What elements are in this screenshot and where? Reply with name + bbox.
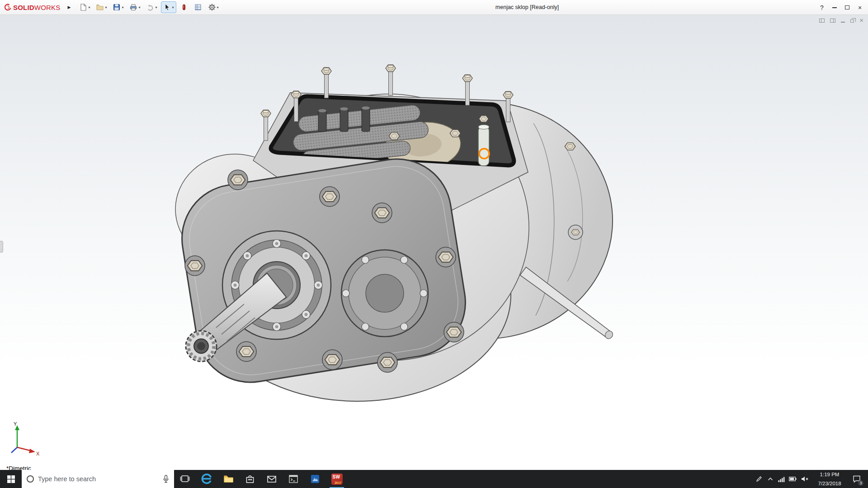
dropdown-chevron-icon[interactable]: ▾ <box>122 5 123 9</box>
windows-taskbar: SW 2017 <box>0 470 868 488</box>
taskbar-app-mail[interactable] <box>261 470 283 488</box>
options-button[interactable]: ▾ <box>206 1 221 13</box>
z-axis-arrow <box>11 447 17 453</box>
maximize-icon <box>845 5 849 9</box>
gearbox-model[interactable] <box>0 15 868 470</box>
front-end-plate[interactable] <box>174 151 473 390</box>
windows-logo-icon <box>7 475 15 483</box>
select-cursor-icon <box>163 3 171 11</box>
taskbar-app-command-prompt[interactable] <box>283 470 304 488</box>
clock-date: 7/23/2018 <box>818 480 841 487</box>
orientation-triad: Y X <box>7 421 43 459</box>
window-controls: ? × <box>816 0 866 15</box>
clock-time: 1:19 PM <box>820 471 840 478</box>
x-axis-label: X <box>36 451 40 456</box>
taskbar-app-photos[interactable] <box>304 470 326 488</box>
undo-icon <box>146 3 155 11</box>
doc-minimize-icon <box>841 22 845 23</box>
drain-plug-bolt[interactable] <box>565 143 575 150</box>
battery-icon <box>789 477 797 481</box>
brand-name-bold: SOLID <box>13 4 34 11</box>
document-window-controls: × <box>819 18 863 23</box>
select-tool-button[interactable]: ▾ <box>161 1 176 13</box>
pane-left-icon <box>819 19 825 23</box>
print-button[interactable]: ▾ <box>127 1 142 13</box>
taskbar-app-store[interactable] <box>239 470 261 488</box>
pen-tray-button[interactable] <box>753 470 765 488</box>
minimize-icon <box>832 7 837 8</box>
solidworks-icon: SW 2017 <box>331 474 343 485</box>
search-input[interactable] <box>38 475 159 483</box>
dropdown-chevron-icon[interactable]: ▾ <box>217 5 219 9</box>
dropdown-chevron-icon[interactable]: ▾ <box>172 5 174 9</box>
undo-button[interactable]: ▾ <box>144 1 160 13</box>
titlebar: SOLIDWORKS ▶ ▾ ▾ ▾ <box>0 0 868 15</box>
minimize-button[interactable] <box>828 0 841 15</box>
store-icon <box>245 474 255 484</box>
new-document-button[interactable]: ▾ <box>77 1 92 13</box>
photos-icon <box>310 474 321 484</box>
network-icon <box>778 476 785 482</box>
task-view-icon <box>179 474 190 484</box>
taskbar-app-edge[interactable] <box>196 470 217 488</box>
taskbar-app-task-view[interactable] <box>174 470 196 488</box>
display-style-icon <box>194 3 202 11</box>
options-gear-icon <box>208 3 216 11</box>
new-document-icon <box>79 3 87 11</box>
volume-tray-button[interactable] <box>798 470 811 488</box>
taskbar-search[interactable] <box>22 470 174 488</box>
hidden-icons-button[interactable] <box>765 470 776 488</box>
close-button[interactable]: × <box>854 0 866 15</box>
notification-count-badge: 3 <box>858 480 863 486</box>
menu-expander-arrow[interactable]: ▶ <box>68 5 71 9</box>
graphics-viewport[interactable]: × <box>0 15 868 470</box>
help-button[interactable]: ? <box>816 0 828 15</box>
x-axis-arrow <box>29 449 35 453</box>
action-center-button[interactable]: 3 <box>848 470 865 488</box>
y-axis-label: Y <box>14 421 17 427</box>
taskbar-clock[interactable]: 1:19 PM 7/23/2018 <box>811 470 848 488</box>
open-button[interactable]: ▾ <box>94 1 109 13</box>
microphone-icon[interactable] <box>163 475 169 483</box>
edge-icon <box>201 473 212 485</box>
pane-left-button[interactable] <box>819 19 825 23</box>
appearance-button[interactable] <box>178 1 190 13</box>
taskbar-app-solidworks[interactable]: SW 2017 <box>326 470 348 488</box>
solidworks-icon-year: 2017 <box>335 481 342 484</box>
open-folder-icon <box>96 3 104 11</box>
ds-swirl-icon <box>4 3 12 11</box>
save-button[interactable]: ▾ <box>110 1 126 13</box>
print-icon <box>129 3 137 11</box>
side-cover-boss[interactable] <box>341 250 428 337</box>
featuremanager-collapsed-tab[interactable] <box>0 241 3 253</box>
network-tray-button[interactable] <box>776 470 787 488</box>
command-prompt-icon <box>288 474 299 484</box>
pen-icon <box>756 476 762 482</box>
standard-toolbar: ▾ ▾ ▾ ▾ <box>77 1 221 13</box>
maximize-button[interactable] <box>841 0 854 15</box>
doc-restore-icon <box>850 19 854 23</box>
volume-muted-icon <box>801 476 809 482</box>
dropdown-chevron-icon[interactable]: ▾ <box>156 5 157 9</box>
chevron-up-icon <box>768 477 773 481</box>
taskbar-app-file-explorer[interactable] <box>217 470 239 488</box>
doc-minimize-button[interactable] <box>841 19 845 23</box>
doc-close-button[interactable]: × <box>859 18 863 23</box>
mail-icon <box>266 474 277 484</box>
file-explorer-icon <box>223 474 234 485</box>
dropdown-chevron-icon[interactable]: ▾ <box>138 5 140 9</box>
brand-name-light: WORKS <box>34 4 61 11</box>
pane-right-button[interactable] <box>830 19 835 23</box>
display-style-button[interactable] <box>192 1 204 13</box>
doc-restore-button[interactable] <box>850 18 854 23</box>
dropdown-chevron-icon[interactable]: ▾ <box>105 5 107 9</box>
appearance-bead-icon <box>180 3 188 11</box>
battery-tray-button[interactable] <box>787 470 798 488</box>
cortana-icon <box>27 475 34 483</box>
document-title: menjac sklop [Read-only] <box>495 4 559 10</box>
dropdown-chevron-icon[interactable]: ▾ <box>88 5 90 9</box>
start-button[interactable] <box>0 470 22 488</box>
view-orientation-label: *Dimetric <box>6 465 31 470</box>
shift-rods <box>318 107 370 132</box>
solidworks-logo: SOLIDWORKS <box>4 3 61 11</box>
